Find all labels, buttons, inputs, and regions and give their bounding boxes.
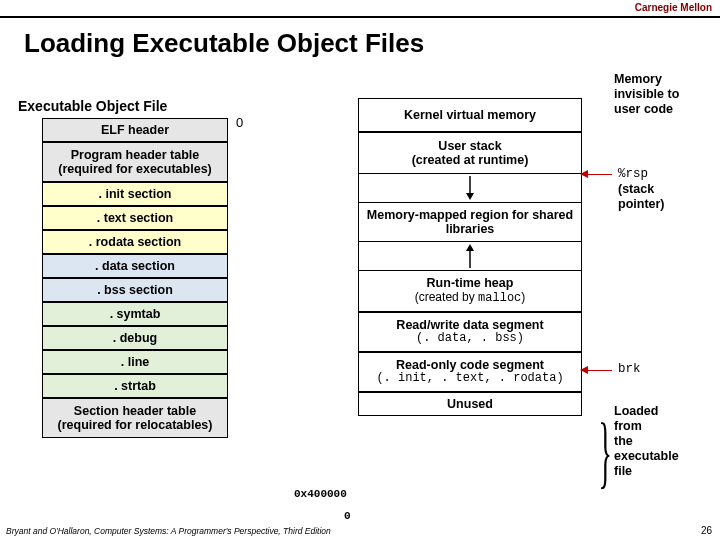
org-label: Carnegie Mellon	[635, 2, 712, 13]
ro-segment: Read-only code segment (. init, . text, …	[358, 352, 582, 392]
memory-column: Kernel virtual memory User stack (create…	[358, 98, 582, 416]
rw-segment: Read/write data segment (. data, . bss)	[358, 312, 582, 352]
elf-title: Executable Object File	[18, 98, 167, 114]
annot-loaded: Loaded from the executable file	[614, 404, 679, 479]
init-section: . init section	[42, 182, 228, 206]
rw-title: Read/write data segment	[396, 318, 543, 332]
program-header-table: Program header table (required for execu…	[42, 142, 228, 182]
rsp-code: %rsp	[618, 167, 648, 181]
data-section: . data section	[42, 254, 228, 278]
svg-marker-2	[466, 244, 474, 251]
rodata-section: . rodata section	[42, 230, 228, 254]
stack-region: User stack (created at runtime)	[358, 132, 582, 174]
heap-grows-up	[358, 242, 582, 270]
annot-brk: brk	[618, 362, 641, 377]
addr-load: 0x400000	[294, 488, 347, 500]
top-bar: Carnegie Mellon	[0, 0, 720, 18]
heap-region: Run-time heap (created by malloc)	[358, 270, 582, 312]
brace-icon: }	[598, 406, 611, 497]
text-section: . text section	[42, 206, 228, 230]
elf-zero-label: 0	[236, 115, 243, 130]
strtab-section: . strtab	[42, 374, 228, 398]
ro-sub: (. init, . text, . rodata)	[376, 372, 563, 386]
addr-zero: 0	[344, 510, 351, 522]
annot-invisible: Memory invisible to user code	[614, 72, 679, 117]
brk-pointer-arrow-icon	[580, 366, 588, 374]
symtab-section: . symtab	[42, 302, 228, 326]
ro-title: Read-only code segment	[396, 358, 544, 372]
bss-section: . bss section	[42, 278, 228, 302]
rsp-desc: (stack pointer)	[618, 182, 665, 211]
mmap-region: Memory-mapped region for shared librarie…	[358, 202, 582, 242]
stack-grows-down	[358, 174, 582, 202]
arrow-up-icon	[463, 244, 477, 268]
debug-section: . debug	[42, 326, 228, 350]
section-header-table: Section header table (required for reloc…	[42, 398, 228, 438]
elf-header: ELF header	[42, 118, 228, 142]
unused-region: Unused	[358, 392, 582, 416]
line-section: . line	[42, 350, 228, 374]
footer-cite: Bryant and O'Hallaron, Computer Systems:…	[6, 526, 331, 536]
page-title: Loading Executable Object Files	[24, 28, 424, 59]
arrow-down-icon	[463, 176, 477, 200]
annot-rsp: %rsp (stack pointer)	[618, 166, 665, 212]
heap-sub: (created by malloc)	[415, 291, 526, 306]
page-number: 26	[701, 525, 712, 536]
heap-title: Run-time heap	[427, 276, 514, 290]
rsp-pointer-arrow-icon	[580, 170, 588, 178]
rw-sub: (. data, . bss)	[416, 332, 524, 346]
svg-marker-1	[466, 193, 474, 200]
kernel-region: Kernel virtual memory	[358, 98, 582, 132]
elf-column: ELF header Program header table (require…	[42, 118, 228, 438]
